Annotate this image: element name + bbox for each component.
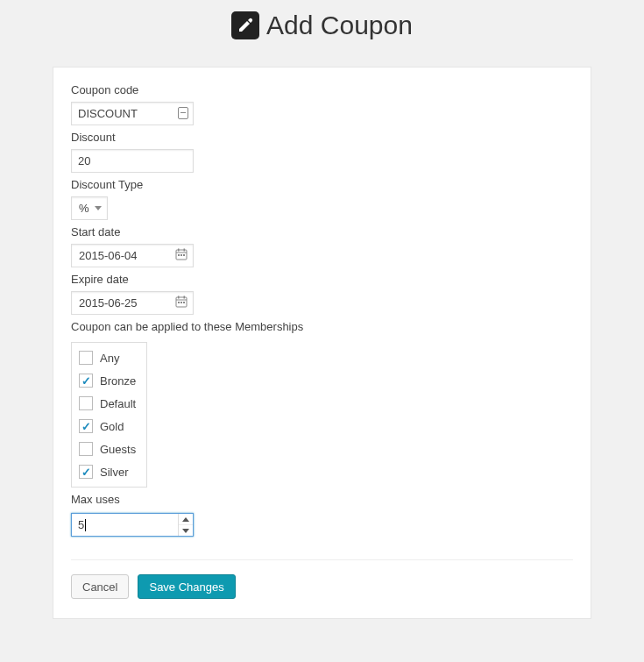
max-uses-input[interactable]: 5 (71, 513, 194, 537)
discount-type-label: Discount Type (71, 178, 573, 191)
coupon-form-panel: Coupon code Discount Discount Type % Sta… (53, 67, 591, 619)
svg-rect-4 (184, 249, 186, 252)
page-title: Add Coupon (231, 11, 413, 40)
discount-type-value: % (79, 202, 89, 215)
start-date-label: Start date (71, 225, 573, 238)
start-date-input[interactable]: 2015-06-04 (71, 244, 194, 267)
membership-item: Bronze (79, 369, 136, 392)
page-header: Add Coupon (0, 0, 644, 40)
page-title-text: Add Coupon (266, 11, 413, 40)
edit-icon (231, 11, 259, 39)
membership-item-label: Guests (100, 443, 136, 456)
chevron-down-icon (182, 529, 189, 533)
membership-any-checkbox[interactable] (79, 351, 93, 365)
membership-default-checkbox[interactable] (79, 396, 93, 410)
chevron-up-icon (182, 517, 189, 522)
coupon-code-label: Coupon code (71, 83, 573, 96)
memberships-label: Coupon can be applied to these Membershi… (71, 320, 573, 333)
memberships-list: Any Bronze Default Gold Guests Silver (71, 342, 147, 488)
svg-rect-14 (183, 302, 185, 303)
max-uses-label: Max uses (71, 493, 573, 506)
calendar-icon (175, 295, 188, 310)
chevron-down-icon (95, 206, 102, 210)
membership-silver-checkbox[interactable] (79, 465, 93, 479)
membership-gold-checkbox[interactable] (79, 419, 93, 433)
membership-item-label: Gold (100, 420, 124, 433)
step-down-button[interactable] (179, 525, 193, 536)
expire-date-input[interactable]: 2015-06-25 (71, 291, 194, 315)
coupon-code-input[interactable] (71, 102, 194, 125)
start-date-value: 2015-06-04 (79, 249, 138, 262)
membership-guests-checkbox[interactable] (79, 442, 93, 456)
svg-rect-7 (183, 254, 185, 256)
number-stepper (179, 514, 193, 536)
cancel-button[interactable]: Cancel (71, 574, 129, 599)
text-cursor (85, 519, 86, 531)
membership-item: Silver (79, 460, 136, 483)
form-buttons: Cancel Save Changes (71, 574, 573, 599)
membership-item: Guests (79, 438, 136, 460)
membership-item: Any (79, 346, 136, 369)
svg-rect-12 (178, 302, 180, 303)
membership-item: Gold (79, 415, 136, 438)
expire-date-label: Expire date (71, 273, 573, 286)
membership-item-label: Silver (100, 466, 129, 479)
autofill-icon (178, 107, 188, 122)
svg-rect-10 (178, 296, 180, 299)
step-up-button[interactable] (179, 514, 193, 525)
divider (71, 559, 573, 560)
svg-rect-3 (178, 249, 180, 252)
save-button[interactable]: Save Changes (138, 574, 235, 599)
svg-rect-11 (184, 296, 186, 299)
membership-bronze-checkbox[interactable] (79, 374, 93, 388)
discount-label: Discount (71, 131, 573, 144)
svg-rect-5 (178, 254, 180, 256)
expire-date-value: 2015-06-25 (79, 296, 138, 310)
discount-input[interactable] (71, 149, 194, 173)
membership-item: Default (79, 392, 136, 415)
max-uses-value: 5 (72, 514, 179, 536)
svg-rect-6 (180, 254, 182, 256)
membership-item-label: Bronze (100, 374, 136, 388)
membership-item-label: Default (100, 397, 136, 410)
calendar-icon (175, 248, 188, 263)
svg-rect-13 (180, 302, 182, 303)
discount-type-select[interactable]: % (71, 196, 108, 220)
membership-item-label: Any (100, 352, 119, 365)
